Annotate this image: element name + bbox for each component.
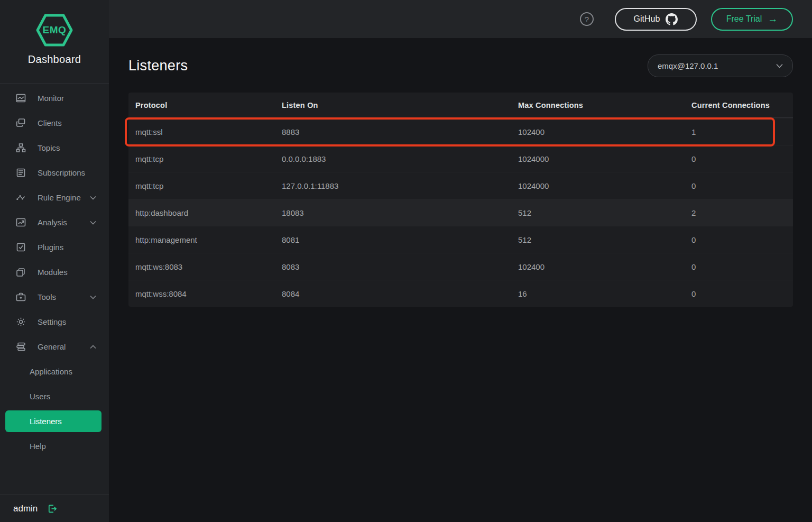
user-area: admin [0,494,109,522]
github-button-label: GitHub [634,14,660,24]
main-area: ? GitHub Free Trial → Listeners emqx@127… [109,0,812,522]
free-trial-button[interactable]: Free Trial → [711,8,793,31]
sidebar-subitem-label: Listeners [30,417,62,426]
sidebar-item-rule-engine[interactable]: Rule Engine [0,185,109,210]
sidebar-item-label: Subscriptions [38,168,85,177]
sidebar-item-label: Topics [38,143,60,152]
content: Listeners emqx@127.0.0.1 Protocol Listen… [109,38,812,522]
sidebar-item-label: Plugins [38,243,63,252]
sidebar-subitem-label: Help [30,442,46,451]
sidebar-item-label: Analysis [38,218,67,227]
cell-listen-on: 8081 [275,226,511,253]
column-header-listen-on: Listen On [275,93,511,117]
table-row: mqtt:ws:8083 8083 102400 0 [128,253,793,280]
sidebar-item-label: Rule Engine [38,193,81,202]
plugins-icon [16,242,26,252]
sidebar-item-label: Monitor [38,94,64,103]
subscriptions-icon [16,168,26,178]
cell-current-connections: 0 [685,253,793,280]
brand-title: Dashboard [0,53,109,66]
sidebar: EMQ Dashboard Monitor Clients [0,0,109,522]
cell-max-connections: 102400 [511,118,685,145]
sidebar-subitem-label: Users [30,392,50,401]
cell-max-connections: 512 [511,226,685,253]
chevron-up-icon [90,345,96,349]
github-button[interactable]: GitHub [615,8,697,31]
sidebar-item-plugins[interactable]: Plugins [0,235,109,260]
username-label: admin [13,503,38,514]
sidebar-item-users[interactable]: Users [0,384,109,409]
sidebar-nav: Monitor Clients Topics Subscripti [0,84,109,459]
monitor-icon [16,93,26,103]
page-title: Listeners [128,58,188,74]
cell-protocol: http:management [128,226,275,253]
chevron-down-icon [776,63,783,68]
sidebar-item-label: General [38,342,66,351]
cell-listen-on: 8084 [275,280,511,307]
sidebar-item-tools[interactable]: Tools [0,285,109,309]
cell-listen-on: 127.0.0.1:11883 [275,172,511,199]
sidebar-item-help[interactable]: Help [0,434,109,459]
cell-current-connections: 2 [685,199,793,226]
chevron-down-icon [90,221,96,225]
brand-area: EMQ Dashboard [0,0,109,84]
sidebar-item-topics[interactable]: Topics [0,135,109,160]
table-header-row: Protocol Listen On Max Connections Curre… [128,93,793,118]
sidebar-subitem-label: Applications [30,367,72,376]
topbar: ? GitHub Free Trial → [109,0,812,38]
table-row: mqtt:wss:8084 8084 16 0 [128,280,793,307]
sidebar-item-modules[interactable]: Modules [0,260,109,285]
cell-protocol: mqtt:ssl [128,118,275,145]
topics-icon [16,143,26,153]
table-row: http:dashboard 18083 512 2 [128,199,793,226]
table-row: http:management 8081 512 0 [128,226,793,253]
sidebar-item-settings[interactable]: Settings [0,309,109,334]
modules-icon [16,267,26,277]
cell-max-connections: 1024000 [511,145,685,172]
node-select[interactable]: emqx@127.0.0.1 [648,54,793,77]
cell-max-connections: 102400 [511,253,685,280]
table-row: mqtt:tcp 0.0.0.0:1883 1024000 0 [128,145,793,172]
cell-protocol: mqtt:tcp [128,172,275,199]
sidebar-item-subscriptions[interactable]: Subscriptions [0,160,109,185]
chevron-down-icon [90,295,96,299]
cell-listen-on: 8883 [275,118,511,145]
sidebar-item-label: Modules [38,268,68,277]
sidebar-item-monitor[interactable]: Monitor [0,86,109,111]
listeners-table: Protocol Listen On Max Connections Curre… [128,93,793,307]
sidebar-item-analysis[interactable]: Analysis [0,210,109,235]
sidebar-item-applications[interactable]: Applications [0,359,109,384]
sidebar-item-label: Tools [38,292,56,301]
github-icon [666,13,678,25]
chevron-down-icon [90,196,96,200]
column-header-protocol: Protocol [128,93,275,117]
cell-protocol: mqtt:wss:8084 [128,280,275,307]
column-header-current-connections: Current Connections [685,93,793,117]
analysis-icon [16,217,26,227]
node-select-value: emqx@127.0.0.1 [658,61,718,70]
cell-listen-on: 18083 [275,199,511,226]
column-header-max-connections: Max Connections [511,93,685,117]
cell-current-connections: 1 [685,118,793,145]
settings-icon [16,317,26,327]
sidebar-item-label: Clients [38,118,62,127]
sidebar-item-clients[interactable]: Clients [0,111,109,135]
sidebar-item-label: Settings [38,317,66,326]
cell-listen-on: 0.0.0.0:1883 [275,145,511,172]
sidebar-item-general[interactable]: General [0,334,109,359]
cell-max-connections: 512 [511,199,685,226]
table-row: mqtt:ssl 8883 102400 1 [128,118,793,145]
free-trial-label: Free Trial [726,14,762,24]
help-icon[interactable]: ? [580,12,594,26]
rule-engine-icon [16,193,26,203]
general-icon [16,342,26,352]
cell-current-connections: 0 [685,145,793,172]
cell-current-connections: 0 [685,280,793,307]
cell-listen-on: 8083 [275,253,511,280]
cell-protocol: mqtt:ws:8083 [128,253,275,280]
logout-icon[interactable] [47,503,58,514]
cell-max-connections: 16 [511,280,685,307]
tools-icon [16,292,26,302]
sidebar-item-listeners[interactable]: Listeners [5,410,102,432]
arrow-right-icon: → [768,13,778,25]
